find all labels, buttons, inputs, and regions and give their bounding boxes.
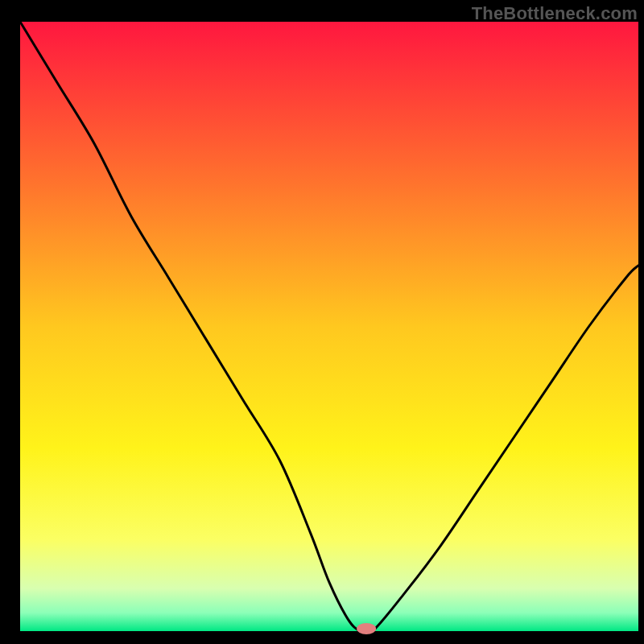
- watermark-label: TheBottleneck.com: [472, 3, 638, 24]
- bottleneck-chart: [0, 0, 644, 644]
- optimum-marker: [357, 623, 376, 634]
- plot-background: [20, 22, 638, 631]
- chart-container: TheBottleneck.com: [0, 0, 644, 644]
